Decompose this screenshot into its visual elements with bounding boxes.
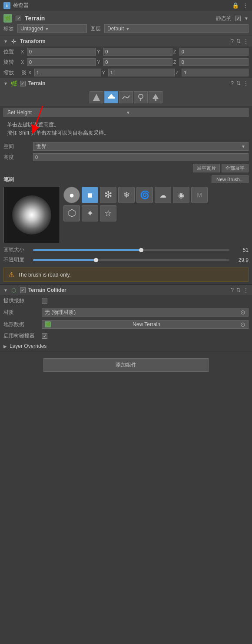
terrain-data-dropdown[interactable]: 🌿 New Terrain ⊙ <box>42 320 249 329</box>
collider-menu-btn[interactable]: ⋮ <box>243 287 249 293</box>
brush-splat[interactable]: ❄ <box>118 187 135 203</box>
inspector-icon: ℹ <box>3 2 10 9</box>
terrain-settings-btn[interactable]: ⇅ <box>236 80 241 86</box>
transform-header[interactable]: ▼ ✛ Transform ? ⇅ ⋮ <box>0 36 252 46</box>
brush-size-track[interactable] <box>33 249 229 251</box>
opacity-thumb[interactable] <box>94 258 98 262</box>
tag-label: 标签 <box>3 25 14 33</box>
collider-help-btn[interactable]: ? <box>231 287 234 293</box>
position-y-input[interactable] <box>103 48 172 56</box>
opacity-row: 不透明度 29.9 <box>0 255 252 265</box>
terrain-help-btn[interactable]: ? <box>231 80 234 86</box>
space-dropdown[interactable]: 世界 ▼ <box>33 142 249 151</box>
scale-row: 缩放 ⛓ X Y Z <box>0 67 252 78</box>
scale-z-input[interactable] <box>182 69 249 76</box>
material-dropdown[interactable]: 无 (物理材质) ⊙ <box>42 308 249 317</box>
material-pick-icon[interactable]: ⊙ <box>240 309 245 316</box>
position-x-input[interactable] <box>27 48 96 56</box>
terrain-tool-paint[interactable] <box>134 91 148 103</box>
brush-star4[interactable]: ✦ <box>82 205 98 221</box>
brush-radial[interactable]: ◉ <box>173 187 189 203</box>
static-label: 静态的 <box>216 15 232 22</box>
tag-arrow: ▼ <box>45 26 49 31</box>
position-z-input[interactable] <box>179 48 249 56</box>
brush-custom[interactable]: M <box>191 187 208 203</box>
collider-header[interactable]: ▼ ⬡ Terrain Collider ? ⇅ ⋮ <box>0 285 252 295</box>
terrain-tool-setheight[interactable] <box>104 91 118 103</box>
transform-settings-btn[interactable]: ⇅ <box>236 38 241 44</box>
terrain-data-pick-icon[interactable]: ⊙ <box>240 321 245 328</box>
terrain-enabled-checkbox[interactable] <box>20 81 26 86</box>
tree-collider-label: 启用树碰撞器 <box>3 332 38 340</box>
collider-icon: ⬡ <box>10 287 17 294</box>
opacity-fill <box>33 259 96 261</box>
transform-section: ▼ ✛ Transform ? ⇅ ⋮ 位置 X Y Z 旋转 X Y Z <box>0 36 252 78</box>
rotation-z-input[interactable] <box>179 58 249 66</box>
position-label: 位置 <box>3 48 19 56</box>
terrain-tool-trees[interactable] <box>149 91 162 103</box>
transform-menu-btn[interactable]: ⋮ <box>243 38 249 44</box>
brush-noise[interactable]: 🌀 <box>136 187 153 203</box>
brush-row-1: ● ■ ✻ ❄ 🌀 ☁ ◉ M <box>63 187 249 203</box>
terrain-mode-dropdown[interactable]: Set Height ▼ <box>3 108 249 117</box>
opacity-track[interactable] <box>33 259 229 261</box>
terrain-section-icon: 🌿 <box>10 80 17 87</box>
ry-label: Y <box>97 59 102 65</box>
tree-collider-checkbox[interactable] <box>42 333 47 339</box>
layer-overrides-arrow: ▶ <box>3 344 7 349</box>
terrain-header[interactable]: ▼ 🌿 Terrain ? ⇅ ⋮ <box>0 78 252 89</box>
flatten-all-btn[interactable]: 全部展平 <box>222 164 249 172</box>
object-name: Terrain <box>25 15 212 22</box>
brush-size-value: 51 <box>233 247 249 253</box>
static-dropdown-arrow[interactable]: ▼ <box>244 16 249 21</box>
brush-circle[interactable]: ● <box>63 187 80 203</box>
rotation-x-input[interactable] <box>27 58 96 66</box>
terrain-tool-raise[interactable] <box>90 91 103 103</box>
scale-y-input[interactable] <box>108 69 175 76</box>
layer-dropdown[interactable]: Default ▼ <box>104 24 249 33</box>
brush-glow-display <box>12 195 51 234</box>
brush-cloud[interactable]: ☁ <box>155 187 171 203</box>
top-bar: ℹ 检查器 🔒 ⋮ <box>0 0 252 11</box>
new-brush-btn[interactable]: New Brush... <box>212 175 249 183</box>
terrain-menu-btn[interactable]: ⋮ <box>243 80 249 86</box>
sy-label: Y <box>102 70 107 75</box>
rotation-y-input[interactable] <box>103 58 172 66</box>
collider-enabled-checkbox[interactable] <box>20 287 26 293</box>
collider-settings-btn[interactable]: ⇅ <box>236 287 241 293</box>
transform-help-btn[interactable]: ? <box>231 38 234 44</box>
terrain-toolbar <box>0 89 252 106</box>
collider-section: ▼ ⬡ Terrain Collider ? ⇅ ⋮ 提供接触 材质 无 (物理… <box>0 285 252 351</box>
brush-area: ● ■ ✻ ❄ 🌀 ☁ ◉ M ⬡ ✦ ☆ <box>0 185 252 245</box>
transform-icon: ✛ <box>10 38 17 45</box>
brush-warning-box: ⚠ The brush is read-only. <box>3 268 249 282</box>
menu-icon[interactable]: ⋮ <box>242 2 249 9</box>
static-checkbox[interactable] <box>235 16 241 21</box>
terrain-mode-arrow: ▼ <box>126 110 245 115</box>
scale-x-input[interactable] <box>34 69 101 76</box>
sz-label: Z <box>176 70 181 75</box>
provide-contact-checkbox[interactable] <box>42 298 47 304</box>
add-component-btn[interactable]: 添加组件 <box>43 358 209 372</box>
tag-value: Untagged <box>20 26 43 32</box>
brush-hex[interactable]: ⬡ <box>63 205 80 221</box>
lock-icon[interactable]: 🔒 <box>232 2 239 9</box>
layer-overrides-row[interactable]: ▶ Layer Overrides <box>0 341 252 351</box>
collider-title: Terrain Collider <box>28 287 228 293</box>
top-bar-title: 检查器 <box>13 2 29 9</box>
brush-square-blur[interactable]: ■ <box>82 187 98 203</box>
height-input[interactable] <box>33 153 249 161</box>
brush-label: 笔刷 <box>3 176 14 183</box>
brush-row-2: ⬡ ✦ ☆ <box>63 205 249 221</box>
brush-size-thumb[interactable] <box>139 248 143 252</box>
tag-dropdown[interactable]: Untagged ▼ <box>17 24 87 33</box>
rz-label: Z <box>173 59 179 65</box>
terrain-tool-smooth[interactable] <box>119 91 133 103</box>
flatten-tile-btn[interactable]: 展平瓦片 <box>193 164 220 172</box>
object-enabled-checkbox[interactable] <box>16 16 21 21</box>
brush-soft[interactable]: ✻ <box>100 187 116 203</box>
height-row: 高度 <box>0 152 252 162</box>
scale-label: 缩放 <box>3 69 19 76</box>
space-value: 世界 <box>36 143 46 150</box>
brush-star[interactable]: ☆ <box>100 205 116 221</box>
